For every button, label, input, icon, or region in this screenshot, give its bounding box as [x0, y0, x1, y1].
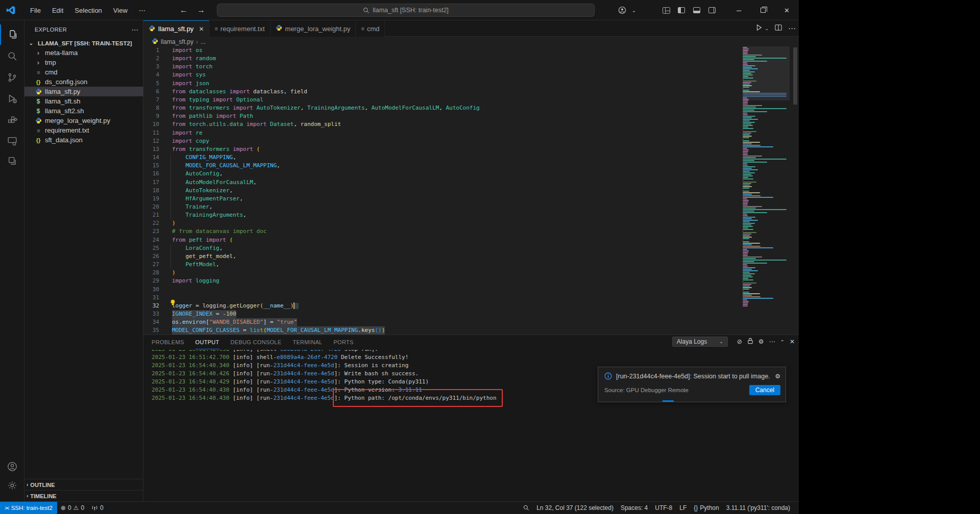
encoding[interactable]: UTF-8 — [651, 502, 676, 514]
breadcrumb[interactable]: llama_sft.py › ... — [143, 37, 799, 46]
code-line-10[interactable]: 10from torch.utils.data import Dataset, … — [143, 120, 799, 128]
menu-item-selection[interactable]: Selection — [69, 5, 107, 16]
code-line-20[interactable]: 20 Trainer, — [143, 203, 799, 211]
layers-icon[interactable] — [0, 151, 24, 171]
code-line-18[interactable]: 18 AutoTokenizer, — [143, 187, 799, 195]
back-button[interactable]: ← — [178, 6, 190, 15]
cancel-button[interactable]: Cancel — [749, 385, 780, 395]
indentation[interactable]: Spaces: 4 — [617, 502, 651, 514]
code-editor[interactable]: 1import os2import random3import torch4im… — [143, 46, 799, 335]
code-line-35[interactable]: 35MODEL_CONFIG_CLASSES = list(MODEL_FOR_… — [143, 326, 799, 335]
command-center-search[interactable]: llama_sft [SSH: train-test2] — [217, 4, 595, 17]
maximize-panel-icon[interactable]: ⌃ — [780, 339, 785, 345]
search-icon[interactable] — [0, 46, 24, 66]
tree-item-requirement.txt[interactable]: ≡requirement.txt — [24, 125, 143, 135]
tree-item-tmp[interactable]: ›tmp — [24, 58, 143, 67]
run-python-file-icon[interactable] — [755, 24, 763, 33]
code-line-8[interactable]: 8from transformers import AutoTokenizer,… — [143, 104, 799, 112]
tree-item-llama_sft.py[interactable]: llama_sft.py — [24, 87, 143, 96]
code-line-25[interactable]: 25 LoraConfig, — [143, 244, 799, 252]
code-line-9[interactable]: 9from pathlib import Path — [143, 112, 799, 120]
code-line-26[interactable]: 26 get_peft_model, — [143, 252, 799, 261]
code-line-12[interactable]: 12import copy — [143, 137, 799, 145]
toast-settings-gear-icon[interactable]: ⚙ — [775, 373, 780, 380]
code-line-4[interactable]: 4import sys — [143, 71, 799, 79]
problems-indicator[interactable]: ⊗0 ⚠0 — [57, 502, 88, 514]
minimap[interactable] — [743, 46, 790, 335]
lock-icon[interactable] — [747, 337, 753, 346]
code-line-1[interactable]: 1import os — [143, 46, 799, 55]
restore-button[interactable] — [751, 0, 775, 20]
tree-item-sft_data.json[interactable]: {}sft_data.json — [24, 135, 143, 145]
source-control-icon[interactable] — [0, 67, 24, 88]
split-editor-icon[interactable] — [775, 24, 782, 33]
settings-gear-icon[interactable] — [0, 475, 24, 496]
customize-layout-icon[interactable] — [658, 0, 674, 20]
toggle-secondary-sidebar-icon[interactable] — [704, 0, 720, 20]
editor-more-actions-icon[interactable]: ⋯ — [788, 24, 796, 33]
editor-scrollbar[interactable] — [793, 46, 798, 335]
code-line-29[interactable]: 29import logging — [143, 277, 799, 285]
code-line-21[interactable]: 21 TrainingArguments, — [143, 211, 799, 219]
panel-tab-problems[interactable]: PROBLEMS — [152, 335, 184, 349]
tab-merge_lora_weight.py[interactable]: merge_lora_weight.py — [271, 20, 356, 37]
code-line-27[interactable]: 27 PeftModel, — [143, 261, 799, 269]
code-line-24[interactable]: 24from peft import ( — [143, 236, 799, 244]
tree-item-cmd[interactable]: ≡cmd — [24, 67, 143, 77]
tab-llama_sft.py[interactable]: llama_sft.py✕ — [143, 20, 209, 37]
sidebar-section-timeline[interactable]: ›TIMELINE — [24, 490, 143, 501]
toggle-panel-icon[interactable] — [689, 0, 704, 20]
remote-indicator[interactable]: >< SSH: train-test2 — [0, 502, 57, 514]
code-line-14[interactable]: 14 CONFIG_MAPPING, — [143, 153, 799, 162]
code-line-13[interactable]: 13from transformers import ( — [143, 145, 799, 153]
account-icon[interactable] — [0, 456, 24, 477]
tree-item-meta-llama[interactable]: ›meta-llama — [24, 48, 143, 58]
panel-tab-ports[interactable]: PORTS — [333, 335, 353, 349]
panel-more-actions-icon[interactable]: ⋯ — [769, 338, 775, 345]
tree-root-folder[interactable]: ⌄LLAMA_SFT [SSH: TRAIN-TEST2] — [24, 38, 143, 48]
code-line-2[interactable]: 2import random — [143, 55, 799, 63]
remote-explorer-icon[interactable] — [0, 131, 24, 151]
code-line-5[interactable]: 5import json — [143, 80, 799, 88]
cursor-position[interactable]: Ln 32, Col 37 (122 selected) — [533, 502, 617, 514]
accounts-icon[interactable] — [615, 0, 630, 20]
tab-requirement.txt[interactable]: ≡requirement.txt — [209, 20, 270, 37]
code-line-11[interactable]: 11import re — [143, 129, 799, 137]
code-line-30[interactable]: 30 — [143, 286, 799, 294]
code-line-33[interactable]: 33IGNORE_INDEX = -100 — [143, 310, 799, 318]
close-button[interactable]: ✕ — [775, 0, 799, 20]
lightbulb-icon[interactable] — [170, 299, 176, 308]
tab-cmd[interactable]: ≡cmd — [356, 20, 385, 37]
panel-tab-debug-console[interactable]: DEBUG CONSOLE — [231, 335, 282, 349]
code-line-15[interactable]: 15 MODEL_FOR_CAUSAL_LM_MAPPING, — [143, 162, 799, 170]
tree-item-merge_lora_weight.py[interactable]: merge_lora_weight.py — [24, 116, 143, 125]
code-line-3[interactable]: 3import torch — [143, 63, 799, 71]
code-line-6[interactable]: 6from dataclasses import dataclass, fiel… — [143, 88, 799, 96]
code-line-7[interactable]: 7from typing import Optional — [143, 96, 799, 104]
code-line-16[interactable]: 16 AutoConfig, — [143, 170, 799, 178]
run-dropdown-chevron-icon[interactable]: ⌄ — [765, 26, 769, 31]
code-line-23[interactable]: 23# from datacanvas import doc — [143, 227, 799, 236]
clear-output-icon[interactable]: ⊘ — [737, 338, 742, 345]
code-line-17[interactable]: 17 AutoModelForCausalLM, — [143, 178, 799, 187]
code-line-34[interactable]: 34os.environ["WANDB_DISABLED"] = "true" — [143, 318, 799, 326]
sidebar-section-outline[interactable]: ›OUTLINE — [24, 479, 143, 490]
code-line-28[interactable]: 28) — [143, 269, 799, 277]
forward-button[interactable]: → — [195, 6, 207, 15]
code-line-31[interactable]: 31 — [143, 294, 799, 302]
close-tab-icon[interactable]: ✕ — [199, 25, 204, 33]
code-line-19[interactable]: 19 HfArgumentParser, — [143, 195, 799, 203]
tree-item-llama_sft.sh[interactable]: $llama_sft.sh — [24, 96, 143, 106]
close-panel-icon[interactable]: ✕ — [790, 338, 795, 345]
output-channel-select[interactable]: Alaya Logs ⌄ — [672, 337, 728, 347]
search-selection-icon[interactable] — [520, 502, 533, 514]
files-icon[interactable] — [0, 24, 24, 45]
run-debug-icon[interactable] — [0, 89, 24, 109]
eol-sequence[interactable]: LF — [676, 502, 690, 514]
extensions-icon[interactable] — [0, 110, 24, 131]
tree-item-llama_sft2.sh[interactable]: $llama_sft2.sh — [24, 106, 143, 116]
panel-tab-terminal[interactable]: TERMINAL — [292, 335, 322, 349]
python-interpreter[interactable]: 3.11.11 ('py311': conda) — [723, 502, 794, 514]
code-line-32[interactable]: 32logger = logging.getLogger(__name__) — [143, 302, 799, 310]
output-settings-gear-icon[interactable]: ⚙ — [758, 338, 764, 345]
